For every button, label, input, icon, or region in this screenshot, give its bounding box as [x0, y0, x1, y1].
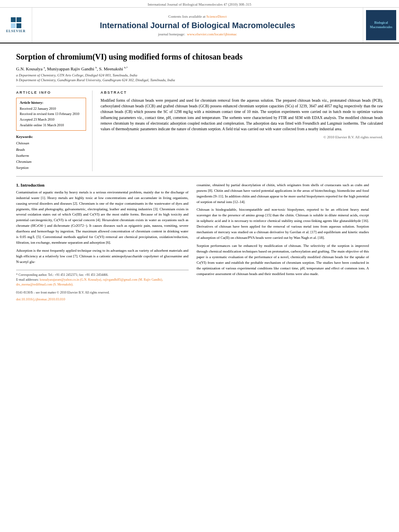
keywords-section: Keywords: Chitosan Beads Isotherm Chromi…: [16, 135, 86, 171]
author-super-a: a: [43, 66, 45, 69]
homepage-label: journal homepage:: [158, 32, 185, 36]
journal-title-area: Contents lists available at ScienceDirec…: [32, 8, 363, 43]
section-divider: [16, 86, 383, 86]
journal-header: ELSEVIER Contents lists available at Sci…: [0, 8, 399, 43]
right-para-1: cosamine, obtained by partial deacetylat…: [197, 183, 369, 205]
elsevier-box-1: [11, 17, 16, 22]
keyword-beads: Beads: [16, 147, 86, 153]
sciencedirect-link[interactable]: ScienceDirect: [206, 14, 226, 18]
corresponding-author-note: * Corresponding author. Tel.: +91 451 24…: [16, 273, 189, 277]
keyword-chitosan: Chitosan: [16, 140, 86, 146]
journal-citation-bar: International Journal of Biological Macr…: [0, 0, 399, 8]
abstract-text: Modified forms of chitosan beads were pr…: [101, 98, 383, 132]
journal-badge-area: Biological Macromolecules: [363, 8, 399, 43]
elsevier-logo-area: ELSEVIER: [0, 8, 32, 43]
doi-line: doi:10.1016/j.ijbiomac.2010.03.010: [16, 297, 189, 302]
article-info-column: ARTICLE INFO Article history: Received 2…: [16, 90, 93, 171]
article-info-abstract-section: ARTICLE INFO Article history: Received 2…: [16, 90, 383, 171]
affiliation-b: b Department of Chemistry, Gandhigram Ru…: [16, 78, 383, 83]
elsevier-icon-boxes-row2: [11, 23, 21, 28]
article-history-title: Article history:: [20, 101, 82, 105]
article-container: Sorption of chromium(VI) using modified …: [0, 43, 399, 310]
body-right-col: cosamine, obtained by partial deacetylat…: [197, 183, 369, 302]
received-date: Received 22 January 2010: [20, 106, 82, 112]
footnote-area: * Corresponding author. Tel.: +91 451 24…: [16, 270, 189, 302]
body-right-text: cosamine, obtained by partial deacetylat…: [197, 183, 369, 277]
journal-badge: Biological Macromolecules: [366, 10, 396, 40]
abstract-heading: ABSTRACT: [101, 90, 383, 94]
elsevier-box-4: [16, 23, 21, 28]
abstract-column: ABSTRACT Modified forms of chitosan bead…: [101, 90, 383, 171]
accepted-date: Accepted 23 March 2010: [20, 117, 82, 123]
authors-line: G.N. Kousalya a, Muniyappan Rajiv Gandhi…: [16, 66, 383, 71]
badge-title-biological: Biological: [374, 21, 388, 25]
copyright-line: © 2010 Elsevier B.V. All rights reserved…: [101, 135, 383, 139]
contents-available-text: Contents lists available at: [169, 14, 206, 18]
received-revised-date: Received in revised form 13 February 201…: [20, 111, 82, 117]
sciencedirect-line: Contents lists available at ScienceDirec…: [169, 14, 227, 18]
left-para-2: Adsorption is the most frequently applie…: [16, 248, 189, 265]
body-left-text: Contamination of aquatic media by heavy …: [16, 190, 189, 265]
keyword-chromium: Chromium: [16, 159, 86, 165]
journal-homepage-link[interactable]: www.elsevier.com/locate/ijbiomac: [187, 32, 237, 36]
email-label: E-mail addresses:: [16, 278, 39, 281]
left-para-1: Contamination of aquatic media by heavy …: [16, 190, 189, 246]
right-para-2: Chitosan is biodegradable, biocompatatib…: [197, 207, 369, 241]
article-history-box: Article history: Received 22 January 201…: [16, 98, 86, 131]
email-footnote: E-mail addresses: kousalyarajuram@yahoo.…: [16, 277, 189, 287]
body-divider: [16, 176, 383, 177]
body-left-col: 1. Introduction Contamination of aquatic…: [16, 183, 189, 302]
elsevier-icon-boxes: [11, 17, 21, 22]
elsevier-box-2: [16, 17, 21, 22]
article-title: Sorption of chromium(VI) using modified …: [16, 51, 383, 62]
journal-citation-text: International Journal of Biological Macr…: [148, 2, 251, 6]
affiliations: a Department of Chemistry, GTN Arts Coll…: [16, 73, 383, 83]
affiliation-a: a Department of Chemistry, GTN Arts Coll…: [16, 73, 383, 78]
body-two-col: 1. Introduction Contamination of aquatic…: [16, 183, 383, 302]
right-para-3: Sorption performances can be enhanced by…: [197, 243, 369, 277]
elsevier-box-3: [11, 23, 16, 28]
article-info-heading: ARTICLE INFO: [16, 90, 86, 94]
elsevier-text-label: ELSEVIER: [6, 29, 25, 33]
elsevier-logo: ELSEVIER: [6, 17, 25, 33]
keyword-isotherm: Isotherm: [16, 153, 86, 159]
author-super-b1: b: [95, 66, 97, 69]
journal-title: International Journal of Biological Macr…: [100, 20, 295, 31]
issn-line: 0141-8130/$ – see front matter © 2010 El…: [16, 290, 189, 295]
badge-title-macromolecules: Macromolecules: [370, 25, 393, 29]
journal-homepage-line: journal homepage: www.elsevier.com/locat…: [158, 32, 237, 36]
intro-section-title: 1. Introduction: [16, 183, 189, 187]
keyword-sorption: Sorption: [16, 165, 86, 171]
author-super-b2: b,*: [124, 66, 128, 69]
available-date: Available online 31 March 2010: [20, 123, 82, 128]
doi-text: doi:10.1016/j.ijbiomac.2010.03.010: [16, 297, 65, 301]
keywords-title: Keywords:: [16, 135, 86, 139]
